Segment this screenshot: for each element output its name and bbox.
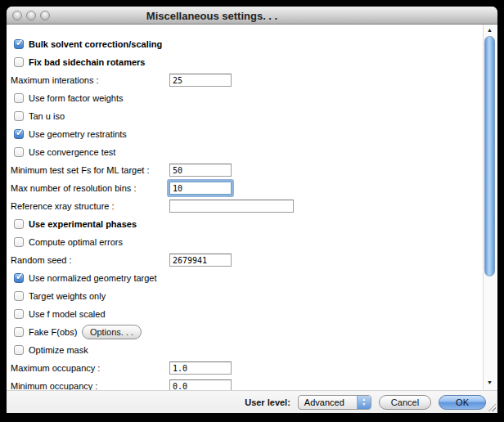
checkbox-unchecked[interactable] xyxy=(14,345,24,355)
checkbox-label: Use form factor weights xyxy=(29,93,124,103)
checkbox-label: Compute optimal errors xyxy=(29,237,123,247)
window-title: Miscellaneous settings. . . xyxy=(146,10,277,22)
checkbox-label: Use convergence test xyxy=(29,147,115,157)
scrollbar-thumb[interactable] xyxy=(484,36,495,276)
checkbox-unchecked[interactable] xyxy=(14,111,24,121)
text-field[interactable] xyxy=(169,182,232,195)
field-label: Reference xray structure : xyxy=(11,201,115,211)
checkbox-label: Tan u iso xyxy=(29,111,65,121)
user-level-select[interactable]: Advanced ▲ ▼ xyxy=(298,395,371,410)
form-row: ✓Use normalized geometry target xyxy=(7,269,483,287)
popup-stepper-icon: ▲ ▼ xyxy=(357,396,371,409)
form-row: Reference xray structure : xyxy=(7,197,483,215)
checkbox-unchecked[interactable] xyxy=(14,309,24,319)
checkbox-label: Use geometry restratints xyxy=(29,129,127,139)
form-row: Minimum test set Fs for ML target : xyxy=(7,161,483,179)
checkbox-label: Use normalized geometry target xyxy=(29,273,157,283)
form-row: Use f model scaled xyxy=(7,305,483,323)
checkbox-unchecked[interactable] xyxy=(14,147,24,157)
checkbox-label: Fix bad sidechain rotamers xyxy=(29,57,145,67)
text-field[interactable] xyxy=(169,254,232,267)
checkbox-label: Target weights only xyxy=(29,291,106,301)
settings-form: ✓Bulk solvent correction/scalingFix bad … xyxy=(7,25,497,390)
text-field[interactable] xyxy=(169,74,232,87)
form-row: ✓Bulk solvent correction/scaling xyxy=(7,35,483,53)
form-row: Minimum occupancy : xyxy=(7,377,483,390)
checkbox-unchecked[interactable] xyxy=(14,57,24,67)
form-row: Max number of resolution bins : xyxy=(7,179,483,197)
settings-dialog: Miscellaneous settings. . . ✓Bulk solven… xyxy=(7,7,497,413)
checkbox-unchecked[interactable] xyxy=(14,291,24,301)
checkbox-label: Bulk solvent correction/scaling xyxy=(29,39,162,49)
checkbox-label: Use f model scaled xyxy=(29,309,106,319)
field-label: Maximum occupancy : xyxy=(11,363,100,373)
scroll-up-icon[interactable]: ▲ xyxy=(484,25,496,36)
checkmark-icon: ✓ xyxy=(16,271,24,282)
checkbox-unchecked[interactable] xyxy=(14,219,24,229)
checkmark-icon: ✓ xyxy=(16,127,24,138)
form-row: Use experimental phases xyxy=(7,215,483,233)
user-level-label: User level: xyxy=(245,397,290,407)
minimize-button[interactable] xyxy=(26,11,36,20)
form-row: Fake F(obs)Options. . . xyxy=(7,323,483,341)
form-row: Optimize mask xyxy=(7,341,483,359)
field-label: Minimum occupancy : xyxy=(11,381,97,390)
checkbox-checked[interactable]: ✓ xyxy=(14,39,24,49)
checkbox-label: Use experimental phases xyxy=(29,219,137,229)
form-row: Maximum occupancy : xyxy=(7,359,483,377)
checkbox-checked[interactable]: ✓ xyxy=(14,129,24,139)
scroll-down-icon[interactable]: ▼ xyxy=(484,377,496,388)
checkmark-icon: ✓ xyxy=(16,37,24,48)
text-field[interactable] xyxy=(169,164,232,177)
window-controls xyxy=(12,11,50,20)
options-button[interactable]: Options. . . xyxy=(82,325,142,339)
zoom-button[interactable] xyxy=(40,11,50,20)
checkbox-label: Fake F(obs) xyxy=(29,327,77,337)
form-row: Tan u iso xyxy=(7,107,483,125)
popup-down-arrow-icon: ▼ xyxy=(362,402,366,407)
dialog-footer: User level: Advanced ▲ ▼ Cancel OK xyxy=(7,390,497,413)
form-row: Use convergence test xyxy=(7,143,483,161)
field-label: Maximum interations : xyxy=(11,75,99,85)
checkbox-label: Optimize mask xyxy=(29,345,88,355)
user-level-value: Advanced xyxy=(299,397,357,407)
ok-button[interactable]: OK xyxy=(439,395,486,410)
title-bar[interactable]: Miscellaneous settings. . . xyxy=(7,7,497,25)
form-row: Fix bad sidechain rotamers xyxy=(7,53,483,71)
checkbox-unchecked[interactable] xyxy=(14,327,24,337)
form-row: Maximum interations : xyxy=(7,71,483,89)
form-row: Random seed : xyxy=(7,251,483,269)
resize-grip[interactable] xyxy=(488,404,496,411)
form-row: Use form factor weights xyxy=(7,89,483,107)
field-label: Minimum test set Fs for ML target : xyxy=(11,165,150,175)
field-label: Max number of resolution bins : xyxy=(11,183,136,193)
field-label: Random seed : xyxy=(11,255,72,265)
text-field[interactable] xyxy=(169,200,294,213)
cancel-button[interactable]: Cancel xyxy=(379,395,431,410)
checkbox-unchecked[interactable] xyxy=(14,237,24,247)
text-field[interactable] xyxy=(169,361,232,375)
form-rows: ✓Bulk solvent correction/scalingFix bad … xyxy=(7,25,483,390)
checkbox-checked[interactable]: ✓ xyxy=(14,273,24,283)
vertical-scrollbar[interactable]: ▲ ▼ xyxy=(483,25,496,390)
form-row: Compute optimal errors xyxy=(7,233,483,251)
close-button[interactable] xyxy=(12,11,22,20)
form-row: Target weights only xyxy=(7,287,483,305)
text-field[interactable] xyxy=(169,379,232,390)
checkbox-unchecked[interactable] xyxy=(14,93,24,103)
form-row: ✓Use geometry restratints xyxy=(7,125,483,143)
